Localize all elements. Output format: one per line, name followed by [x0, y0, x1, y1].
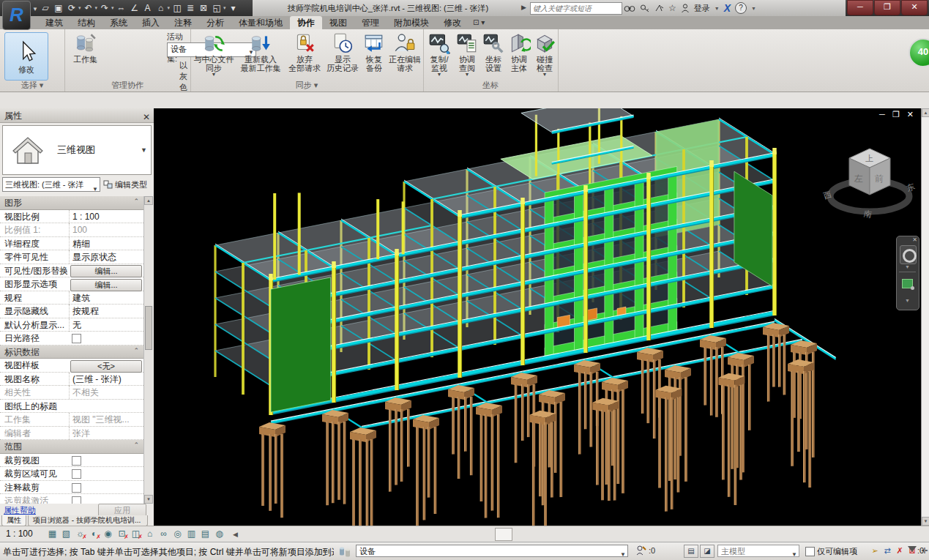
- filter-control[interactable]: :0: [908, 546, 924, 555]
- collapse-chevron-icon[interactable]: ⌃: [133, 198, 139, 205]
- communication-center-badge[interactable]: 40: [909, 38, 929, 67]
- hscroll-left-icon[interactable]: ◀: [233, 531, 238, 538]
- property-edit-button[interactable]: <无>: [70, 360, 142, 373]
- coordination-settings-button[interactable]: 坐标 设置: [480, 31, 507, 72]
- property-value[interactable]: 张洋: [69, 427, 142, 440]
- close-hidden-windows-icon[interactable]: ⊠: [198, 2, 209, 14]
- viewcube[interactable]: 西 南 东 上 左 前: [821, 136, 921, 233]
- open-file-icon[interactable]: ▱: [40, 2, 51, 14]
- canvas-vscrollbar[interactable]: ▲ ▼: [921, 108, 929, 526]
- property-value[interactable]: 精细: [69, 237, 142, 250]
- sun-path-icon[interactable]: ☼✗: [75, 529, 86, 540]
- property-edit-button[interactable]: 编辑...: [70, 279, 142, 291]
- login-button[interactable]: 登录: [694, 3, 710, 14]
- section-icon[interactable]: ◫: [171, 2, 183, 14]
- property-value[interactable]: 无: [69, 318, 142, 332]
- temporary-hide-icon[interactable]: ∞: [158, 529, 169, 540]
- title-expand-icon[interactable]: ▶: [521, 4, 526, 11]
- property-checkbox[interactable]: [72, 483, 81, 493]
- worksharing-display-icon[interactable]: ▥: [186, 529, 197, 540]
- minimize-button[interactable]: ─: [847, 0, 873, 15]
- property-value[interactable]: 视图 "三维视...: [69, 413, 142, 426]
- relinquish-button[interactable]: 放弃 全部请求: [286, 31, 324, 72]
- restore-backup-button[interactable]: 恢复 备份: [362, 31, 387, 72]
- analytical-model-icon[interactable]: ◍: [214, 529, 225, 540]
- aligned-dimension-icon[interactable]: ∠: [129, 2, 141, 14]
- communication-icon[interactable]: [654, 2, 664, 14]
- sync-icon[interactable]: ⟳: [66, 2, 78, 14]
- scroll-down-icon[interactable]: ▼: [144, 495, 153, 504]
- property-checkbox[interactable]: [72, 496, 81, 504]
- properties-close-icon[interactable]: ✕: [143, 110, 150, 124]
- modify-button[interactable]: 修改: [4, 32, 48, 81]
- switch-windows-icon[interactable]: ◱: [211, 2, 223, 14]
- editing-requests-status[interactable]: :0: [635, 545, 655, 556]
- crop-view-icon[interactable]: ⊡✗: [116, 529, 127, 540]
- restore-button[interactable]: ❐: [874, 0, 900, 15]
- select-underlay-icon[interactable]: ⇄: [882, 545, 892, 556]
- view-restore-icon[interactable]: ❐: [892, 110, 900, 119]
- render-icon[interactable]: ◉: [102, 529, 113, 540]
- modify-extra-icon[interactable]: ⊡ ▾: [473, 16, 485, 29]
- tab-视图[interactable]: 视图: [322, 16, 354, 29]
- measure-icon[interactable]: ⇔: [116, 2, 127, 14]
- history-button[interactable]: 显示 历史记录: [324, 31, 362, 72]
- scale-button[interactable]: 1 : 100: [6, 529, 33, 539]
- tab-修改[interactable]: 修改: [436, 16, 469, 29]
- text-note-icon[interactable]: A: [142, 2, 154, 14]
- property-value[interactable]: 按规程: [69, 305, 142, 318]
- editable-only-checkbox[interactable]: [805, 547, 815, 556]
- collapse-chevron-icon[interactable]: ⌃: [133, 347, 139, 354]
- steering-wheel-icon[interactable]: [900, 245, 917, 264]
- design-option-dropdown[interactable]: 主模型 ▼: [717, 545, 799, 557]
- properties-scrollbar[interactable]: ▲ ▼: [143, 196, 153, 504]
- favorites-star-icon[interactable]: ☆: [668, 2, 676, 14]
- application-menu-button[interactable]: R: [2, 1, 31, 30]
- canvas-scroll-down-icon[interactable]: ▼: [922, 517, 929, 526]
- unlocked-view-icon[interactable]: ⌂: [144, 529, 155, 540]
- search-input[interactable]: [530, 2, 622, 15]
- active-option-icon[interactable]: ◪: [700, 545, 715, 558]
- reveal-hidden-icon[interactable]: ◎: [172, 529, 183, 540]
- design-options-icon[interactable]: ▤: [684, 545, 698, 558]
- subscription-key-icon[interactable]: [640, 2, 650, 14]
- help-caret-icon[interactable]: ▼: [751, 6, 756, 11]
- thin-lines-icon[interactable]: ≣: [184, 2, 196, 14]
- scroll-up-icon[interactable]: ▲: [144, 196, 153, 205]
- type-selector[interactable]: 三维视图 ▼: [2, 125, 152, 175]
- property-value[interactable]: 1 : 100: [69, 210, 142, 223]
- property-value[interactable]: 不相关: [69, 386, 142, 399]
- properties-help-link[interactable]: 属性帮助: [4, 505, 36, 516]
- tab-分析[interactable]: 分析: [199, 16, 231, 29]
- view-close-icon[interactable]: ✕: [907, 110, 914, 119]
- redo-icon[interactable]: ↷: [99, 2, 111, 14]
- drawing-area[interactable]: ─ ❐ ✕ 西 南 东 上 左 前 ✕ ▼: [154, 108, 921, 526]
- collapse-chevron-icon[interactable]: ⌃: [133, 441, 139, 449]
- editing-requests-button[interactable]: 正在编辑 请求: [387, 31, 423, 72]
- property-value[interactable]: 100: [69, 223, 142, 236]
- coordination-review-button[interactable]: 协调 查阅 ▼: [454, 31, 480, 77]
- panel-sync-label[interactable]: 同步 ▾: [190, 80, 423, 91]
- detail-level-icon[interactable]: ▦: [47, 529, 58, 540]
- property-checkbox[interactable]: [72, 456, 81, 466]
- qat-customize-icon[interactable]: ▾: [228, 2, 239, 14]
- properties-header[interactable]: 属性 ✕: [0, 108, 154, 123]
- tab-project-browser[interactable]: 项目浏览器 - 技师学院机电培训...: [28, 515, 148, 526]
- copy-monitor-button[interactable]: 复制/ 监视 ▼: [425, 31, 454, 77]
- property-checkbox[interactable]: [72, 334, 81, 343]
- tab-建筑[interactable]: 建筑: [38, 16, 70, 29]
- navigation-bar[interactable]: ✕ ▼ ▼: [896, 236, 919, 310]
- navbar-caret2-icon[interactable]: ▼: [905, 298, 910, 303]
- instance-selector-dropdown[interactable]: 三维视图: (三维 - 张洋 ▼: [2, 177, 100, 192]
- tab-体量和场地[interactable]: 体量和场地: [231, 16, 290, 29]
- tab-注释[interactable]: 注释: [167, 16, 199, 29]
- help-icon[interactable]: ?: [735, 2, 747, 14]
- visual-style-icon[interactable]: ▧: [61, 529, 72, 540]
- select-pinned-icon[interactable]: ✗: [895, 545, 905, 556]
- save-icon[interactable]: ▣: [53, 2, 64, 14]
- binoculars-search-icon[interactable]: [624, 2, 635, 14]
- select-links-icon[interactable]: ➢: [870, 545, 880, 556]
- property-value[interactable]: 显示原状态: [69, 250, 142, 264]
- infocenter-caret-icon[interactable]: ▼: [715, 6, 720, 11]
- exchange-apps-icon[interactable]: X: [724, 2, 731, 14]
